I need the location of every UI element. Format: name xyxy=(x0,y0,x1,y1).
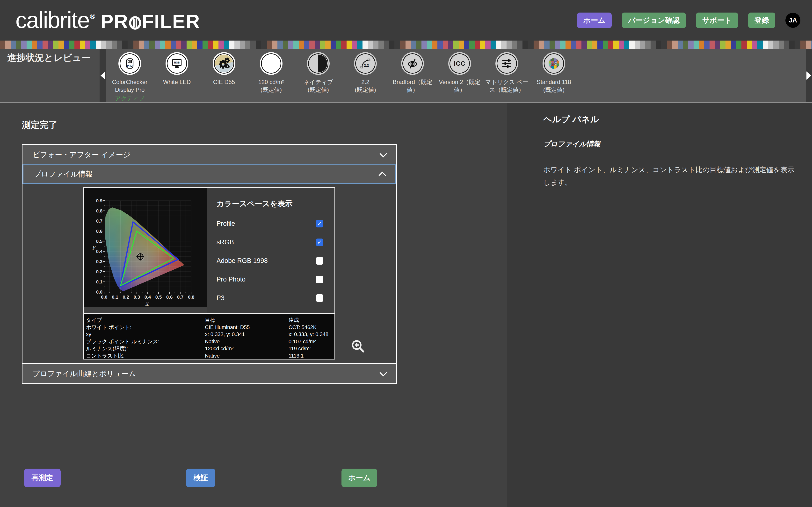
svg-text:0.4: 0.4 xyxy=(145,294,151,300)
section-profile-info[interactable]: プロファイル情報 xyxy=(22,164,396,184)
table-cell: 0.107 cd/m² xyxy=(289,338,335,345)
table-cell: ルミナンス(輝度): xyxy=(86,345,205,352)
device-pro-icon: PRO xyxy=(118,52,141,75)
svg-text:0.5: 0.5 xyxy=(155,294,162,300)
table-cell: ホワイト ポイント: xyxy=(86,324,205,331)
table-cell: Native xyxy=(205,338,289,345)
carousel-scroll-left[interactable] xyxy=(100,49,106,102)
logo-product-text: PRFILER xyxy=(101,10,200,33)
svg-text:2.2: 2.2 xyxy=(364,63,369,67)
table-cell: 119 cd/m² xyxy=(289,345,335,352)
contrast-icon xyxy=(307,52,329,75)
progress-title-block: 進捗状況とレビュー xyxy=(0,49,100,102)
home-nav-button[interactable]: ホーム xyxy=(577,12,612,28)
svg-text:0.3: 0.3 xyxy=(96,259,102,264)
zoom-in-button[interactable] xyxy=(350,338,366,354)
colorchecker-strip xyxy=(0,41,812,49)
measurement-table: タイプ 目標 達成 ホワイト ポイント: CIE Illuminant: D55… xyxy=(84,314,335,359)
white-circle-icon xyxy=(260,52,283,75)
step-gamma[interactable]: 2.2 2.2 (既定値) xyxy=(344,52,387,102)
svg-text:y: y xyxy=(92,243,96,250)
chevron-right-icon xyxy=(806,71,811,80)
table-header: 目標 xyxy=(205,317,289,324)
table-cell: CIE Illuminant: D55 xyxy=(205,324,289,331)
profile-figure-panel: 0.00.10.20.30.40.50.60.70.80.00.10.20.30… xyxy=(83,187,335,359)
svg-text:x: x xyxy=(145,300,149,307)
svg-text:0.1: 0.1 xyxy=(96,279,103,284)
results-accordion: ビフォー・アフター イメージ プロファイル情報 xyxy=(22,145,397,384)
step-contrast[interactable]: ネイティブ (既定値) xyxy=(297,52,340,102)
svg-text:0.7: 0.7 xyxy=(96,219,102,224)
prophoto-checkbox[interactable] xyxy=(316,276,323,283)
progress-carousel: 進捗状況とレビュー PRO ColorChecker Display Pro ア… xyxy=(0,49,812,103)
header-nav: ホーム バージョン確認 サポート 登録 JA xyxy=(577,12,800,28)
svg-text:0.5: 0.5 xyxy=(96,239,103,244)
table-cell: xy xyxy=(86,331,205,338)
chevron-up-icon xyxy=(378,171,386,179)
table-cell: コントラスト比: xyxy=(86,352,205,360)
carousel-scroll-right[interactable] xyxy=(806,49,812,102)
verify-button[interactable]: 検証 xyxy=(186,469,215,487)
help-panel-title: ヘルプ パネル xyxy=(543,113,798,125)
colorspace-option-p3: P3 xyxy=(216,294,323,302)
remeasure-button[interactable]: 再測定 xyxy=(24,469,61,487)
step-icc-version[interactable]: ICC Version 2（既定値） xyxy=(438,52,481,102)
svg-text:0.0: 0.0 xyxy=(101,294,107,300)
logo-brand-text: calibrite xyxy=(15,7,89,33)
user-avatar[interactable]: JA xyxy=(785,13,800,28)
step-patch-set[interactable]: 118 Standard 118 (既定値) xyxy=(532,52,576,102)
colorspace-panel: カラースペースを表示 Profile sRGB Adobe RGB 1998 xyxy=(207,188,335,313)
profile-checkbox[interactable] xyxy=(316,220,323,227)
svg-text:0.6: 0.6 xyxy=(96,229,102,234)
svg-text:0.4: 0.4 xyxy=(96,249,103,254)
step-whitepoint[interactable]: CIE D55 xyxy=(202,52,246,102)
help-panel: ヘルプ パネル プロファイル情報 ホワイト ポイント、ルミナンス、コントラスト比… xyxy=(507,103,812,507)
svg-text:0.7: 0.7 xyxy=(177,294,184,300)
table-cell: Native xyxy=(205,352,289,360)
register-button[interactable]: 登録 xyxy=(748,12,775,28)
help-section-subtitle: プロファイル情報 xyxy=(543,139,798,149)
profiler-o-icon xyxy=(129,16,141,30)
step-luminance[interactable]: 120 cd/m² (既定値) xyxy=(249,52,293,102)
table-header: 達成 xyxy=(289,317,335,324)
srgb-checkbox[interactable] xyxy=(316,238,323,246)
p3-checkbox[interactable] xyxy=(316,294,323,302)
patches-118-icon: 118 xyxy=(543,52,565,75)
support-button[interactable]: サポート xyxy=(696,12,738,28)
step-backlight[interactable]: RGB White LED xyxy=(155,52,199,102)
help-body-text: ホワイト ポイント、ルミナンス、コントラスト比の目標値および測定値を表示します。 xyxy=(543,163,798,188)
step-device[interactable]: PRO ColorChecker Display Pro アクティブ xyxy=(108,52,152,102)
app-window: calibrite ® PRFILER ホーム バージョン確認 サポート 登録 … xyxy=(0,0,812,507)
step-chromatic-adaptation[interactable]: Bradford（既定値） xyxy=(391,52,434,102)
table-cell: ブラック ポイント ルミナンス: xyxy=(86,338,205,345)
table-cell: CCT: 5462K xyxy=(289,324,335,331)
progress-title: 進捗状況とレビュー xyxy=(7,52,91,64)
profile-info-content: 0.00.10.20.30.40.50.60.70.80.00.10.20.30… xyxy=(22,184,396,363)
adobergb-checkbox[interactable] xyxy=(316,257,323,265)
chevron-left-icon xyxy=(101,71,105,80)
section-curves-volume[interactable]: プロファイル曲線とボリューム xyxy=(22,363,396,383)
table-cell: 120cd cd/m² xyxy=(205,345,289,352)
svg-text:RGB: RGB xyxy=(174,61,180,64)
chevron-down-icon xyxy=(379,150,387,157)
chevron-down-icon xyxy=(379,369,387,376)
section-before-after[interactable]: ビフォー・アフター イメージ xyxy=(22,145,396,164)
svg-text:0.1: 0.1 xyxy=(112,294,118,300)
monitor-rgb-icon: RGB xyxy=(165,52,188,75)
version-check-button[interactable]: バージョン確認 xyxy=(622,12,686,28)
colorspace-option-prophoto: Pro Photo xyxy=(216,276,323,283)
app-logo: calibrite ® PRFILER xyxy=(15,7,200,33)
home-action-button[interactable]: ホーム xyxy=(342,469,377,487)
eye-off-icon xyxy=(401,52,424,75)
gamma-curve-icon: 2.2 xyxy=(354,52,377,75)
table-header: タイプ xyxy=(86,317,205,324)
svg-text:0.8: 0.8 xyxy=(188,294,194,300)
icc-icon: ICC xyxy=(448,52,471,75)
half-disc-shape xyxy=(309,55,327,72)
chromaticity-diagram: 0.00.10.20.30.40.50.60.70.80.00.10.20.30… xyxy=(84,188,207,307)
gears-icon xyxy=(213,52,236,75)
registered-mark: ® xyxy=(90,12,95,20)
svg-text:0.6: 0.6 xyxy=(166,294,172,300)
table-cell: x: 0.333, y: 0.348 xyxy=(289,331,335,338)
step-profile-type[interactable]: マトリクス ベース（既定値） xyxy=(485,52,528,102)
